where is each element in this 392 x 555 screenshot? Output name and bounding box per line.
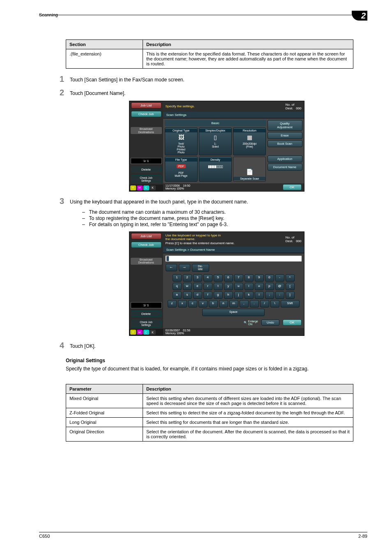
dest-count: No. ofDest. 000 bbox=[286, 103, 302, 110]
key-][interactable]: ] bbox=[286, 291, 295, 299]
key-v[interactable]: v bbox=[198, 300, 208, 308]
key-3[interactable]: 3 bbox=[193, 274, 202, 282]
page-counter: 1/ 1 bbox=[131, 302, 162, 308]
key-8[interactable]: 8 bbox=[244, 274, 254, 282]
key-4[interactable]: 4 bbox=[203, 274, 212, 282]
key-[[interactable]: [ bbox=[286, 283, 295, 290]
space-key[interactable]: Space bbox=[202, 309, 265, 316]
key-d[interactable]: d bbox=[193, 291, 202, 299]
key-l[interactable]: l bbox=[255, 291, 264, 299]
step-number: 1 bbox=[49, 74, 70, 84]
key-t[interactable]: t bbox=[214, 283, 223, 290]
key-a[interactable]: a bbox=[173, 291, 182, 299]
job-list-button[interactable]: Job List bbox=[131, 233, 161, 239]
table-header: Parameter bbox=[66, 384, 143, 394]
key-k[interactable]: k bbox=[244, 291, 254, 299]
panel-message: Specify the settings. bbox=[166, 104, 195, 109]
original-settings-table: Parameter Description Mixed OriginalSele… bbox=[66, 384, 353, 442]
enlarge-toggle[interactable]: 🔍 Enlarge ON bbox=[244, 320, 258, 326]
pdf-badge: PDF bbox=[177, 164, 186, 168]
key-.[interactable]: . bbox=[250, 300, 259, 308]
key-6[interactable]: 6 bbox=[224, 274, 233, 282]
quality-adjustment-button[interactable]: Quality Adjustment bbox=[267, 120, 302, 131]
broadcast-label: Broadcast Destinations bbox=[131, 127, 162, 134]
shift-key[interactable]: Shift bbox=[281, 300, 300, 308]
key-h[interactable]: h bbox=[224, 291, 233, 299]
tab-basic[interactable]: Basic bbox=[165, 120, 266, 126]
step-text: Touch [Document Name]. bbox=[70, 88, 125, 96]
undo-button[interactable]: Undo bbox=[261, 319, 279, 326]
application-button[interactable]: Application bbox=[267, 155, 302, 162]
table-row: Long OriginalSelect this setting for doc… bbox=[66, 418, 353, 427]
cursor-right-button[interactable]: → bbox=[179, 264, 190, 271]
page-counter: 1/ 1 bbox=[131, 158, 162, 164]
key-f[interactable]: f bbox=[203, 291, 212, 299]
check-job-button[interactable]: Check Job bbox=[131, 242, 161, 248]
key-5[interactable]: 5 bbox=[214, 274, 223, 282]
key--[interactable]: - bbox=[275, 274, 284, 282]
density-option[interactable]: Density ▮▮▮▮▮▯▯▯▯ bbox=[199, 157, 232, 182]
check-settings-button[interactable]: Check Job Settings bbox=[131, 319, 161, 328]
check-job-button[interactable]: Check Job bbox=[131, 111, 161, 117]
separate-icon: 📄 bbox=[245, 168, 254, 176]
table-row: Z-Folded OriginalSelect this setting to … bbox=[66, 408, 353, 418]
key-m[interactable]: m bbox=[229, 300, 238, 308]
table-row: .(file_extension) This is the extension … bbox=[66, 49, 353, 69]
document-name-button[interactable]: Document Name bbox=[267, 164, 302, 171]
keyboard-panel: Job List Check Job Broadcast Destination… bbox=[129, 231, 304, 336]
table-header: Section bbox=[66, 40, 143, 49]
key-;[interactable]: ; bbox=[265, 291, 274, 299]
docname-input[interactable] bbox=[166, 256, 302, 261]
delete-button[interactable]: Delete bbox=[131, 311, 161, 317]
key-^[interactable]: ^ bbox=[286, 274, 295, 282]
key-n[interactable]: n bbox=[219, 300, 228, 308]
key-q[interactable]: q bbox=[173, 283, 182, 290]
key-9[interactable]: 9 bbox=[255, 274, 264, 282]
key-p[interactable]: p bbox=[265, 283, 274, 290]
key-x[interactable]: x bbox=[178, 300, 187, 308]
erase-button[interactable]: Erase bbox=[267, 132, 302, 139]
job-list-button[interactable]: Job List bbox=[131, 102, 161, 109]
check-settings-button[interactable]: Check Job Settings bbox=[131, 175, 161, 183]
resolution-option[interactable]: Resolution ▦ 200x200dpi (Fine) bbox=[233, 127, 266, 155]
key-g[interactable]: g bbox=[214, 291, 223, 299]
delete-button[interactable]: Delete bbox=[131, 166, 161, 173]
key-w[interactable]: w bbox=[183, 283, 192, 290]
file-type-option[interactable]: File Type PDF PDF Multi Page bbox=[165, 157, 198, 182]
original-type-option[interactable]: Original Type 🖼 Text/ Photo Printed Phot… bbox=[165, 127, 198, 155]
key-,[interactable]: , bbox=[240, 300, 249, 308]
delete-key[interactable]: De- lete bbox=[192, 264, 209, 272]
key-@[interactable]: @ bbox=[275, 283, 284, 290]
key-y[interactable]: y bbox=[224, 283, 233, 290]
key-7[interactable]: 7 bbox=[234, 274, 243, 282]
chapter-number-badge: 2 bbox=[352, 11, 367, 21]
key-e[interactable]: e bbox=[193, 283, 202, 290]
key-\[interactable]: \ bbox=[270, 300, 279, 308]
key-s[interactable]: s bbox=[183, 291, 192, 299]
key-:[interactable]: : bbox=[275, 291, 284, 299]
key-r[interactable]: r bbox=[203, 283, 212, 290]
key-0[interactable]: 0 bbox=[265, 274, 274, 282]
cursor-left-button[interactable]: ← bbox=[166, 264, 177, 271]
panel-message: Use the keyboard or keypad to type in th… bbox=[166, 234, 235, 245]
key-c[interactable]: c bbox=[188, 300, 197, 308]
key-i[interactable]: i bbox=[244, 283, 254, 290]
step-number: 2 bbox=[49, 88, 70, 97]
key-b[interactable]: b bbox=[209, 300, 218, 308]
breadcrumb: Scan Settings bbox=[163, 112, 304, 118]
ok-button[interactable]: OK bbox=[283, 184, 302, 190]
key-u[interactable]: u bbox=[234, 283, 243, 290]
extension-table: Section Description .(file_extension) Th… bbox=[66, 39, 353, 69]
breadcrumb: Scan Settings > Document Name bbox=[163, 247, 304, 253]
key-j[interactable]: j bbox=[234, 291, 243, 299]
key-1[interactable]: 1 bbox=[173, 274, 182, 282]
key-z[interactable]: z bbox=[168, 300, 177, 308]
key-2[interactable]: 2 bbox=[183, 274, 192, 282]
key-/[interactable]: / bbox=[260, 300, 269, 308]
simplex-duplex-option[interactable]: Simplex/Duplex ▯ 1- Sided bbox=[199, 127, 232, 155]
separate-scan-option[interactable]: 📄 Separate Scan bbox=[233, 157, 266, 182]
key-o[interactable]: o bbox=[255, 283, 264, 290]
table-row: Original DirectionSelect the orientation… bbox=[66, 427, 353, 442]
ok-button[interactable]: OK bbox=[283, 319, 302, 326]
book-scan-button[interactable]: Book Scan bbox=[267, 140, 302, 147]
